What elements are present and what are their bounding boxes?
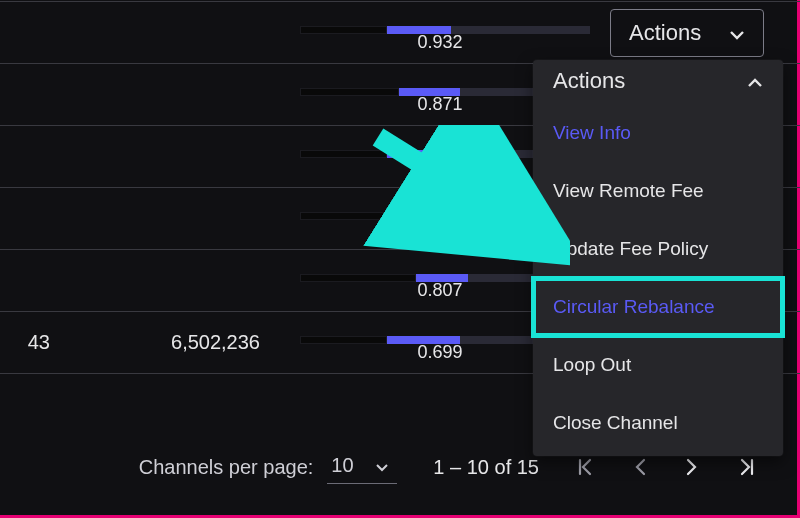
per-page-select[interactable]: 10 xyxy=(327,450,397,484)
cell-value-b: 6,502,236 xyxy=(50,331,300,354)
menu-item-update-fee-policy[interactable]: Update Fee Policy xyxy=(533,220,783,278)
menu-item-view-info[interactable]: View Info xyxy=(533,104,783,162)
chevron-up-icon[interactable] xyxy=(747,68,763,94)
balance-bar-cell: 0.932 xyxy=(300,26,610,40)
chevron-down-icon xyxy=(729,20,745,46)
per-page-label: Channels per page: xyxy=(139,456,314,479)
ratio-label: 0.932 xyxy=(300,32,580,53)
actions-button[interactable]: Actions xyxy=(610,9,764,57)
per-page-value: 10 xyxy=(331,454,353,477)
menu-item-view-remote-fee[interactable]: View Remote Fee xyxy=(533,162,783,220)
chevron-down-icon xyxy=(376,454,388,477)
menu-header: Actions xyxy=(553,68,625,94)
menu-item-close-channel[interactable]: Close Channel xyxy=(533,394,783,452)
next-page-button[interactable] xyxy=(685,457,699,477)
menu-item-circular-rebalance[interactable]: Circular Rebalance xyxy=(533,278,783,336)
cell-value-a: 43 xyxy=(0,331,50,354)
actions-menu: Actions View InfoView Remote FeeUpdate F… xyxy=(533,60,783,456)
table-row: 0.932Actions xyxy=(0,2,800,64)
last-page-button[interactable] xyxy=(737,457,757,477)
page-range: 1 – 10 of 15 xyxy=(433,456,539,479)
first-page-button[interactable] xyxy=(575,457,595,477)
actions-button-label: Actions xyxy=(629,20,701,46)
menu-item-loop-out[interactable]: Loop Out xyxy=(533,336,783,394)
prev-page-button[interactable] xyxy=(633,457,647,477)
balance-bar xyxy=(300,26,590,34)
